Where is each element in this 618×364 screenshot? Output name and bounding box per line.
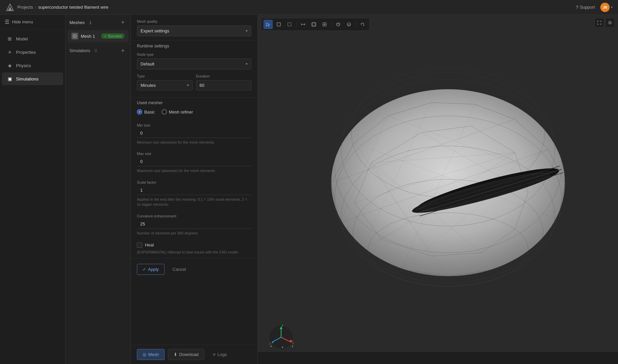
simulations-icon: ▣ [7,76,13,82]
max-size-input[interactable]: 0 [137,157,251,166]
svg-point-96 [270,346,272,347]
3d-viewport[interactable]: x y z [258,15,618,364]
mesh-icon: ◎ [143,352,146,357]
scale-factor-label: Scale factor [137,180,251,184]
node-type-value: Default [141,61,154,66]
download-button[interactable]: ⬇ Download [168,349,204,360]
heal-section: Heal (EXPERIMENTAL) Attempt to heal issu… [131,239,257,258]
mesher-basic-option[interactable]: Basic [137,109,155,115]
mesh-item-icon [71,33,78,39]
success-check-icon: ✓ [104,34,107,38]
support-label: Support [580,5,595,10]
meshes-count: 1 [89,20,91,25]
sidebar-item-label-physics: Physics [16,63,31,68]
breadcrumb: Projects / superconductor twisted filame… [17,5,109,10]
left-sidebar: ☰ Hide menu ⊞ Model ≡ Properties ◈ Physi… [0,15,65,364]
heal-checkbox[interactable] [137,242,142,248]
apply-button[interactable]: ✓ Apply [137,264,165,275]
bottom-action-bar: ◎ Mesh ⬇ Download ≡ Logs [131,345,257,364]
max-size-hint: Maximum size (absolute) for the mesh ele… [131,167,257,177]
header-left: Projects / superconductor twisted filame… [5,3,109,12]
cancel-button[interactable]: Cancel [168,264,191,275]
support-button[interactable]: ? Support [576,4,595,10]
type-dropdown[interactable]: Minutes ▾ [137,80,193,90]
max-size-label: Max size [137,152,251,156]
mesher-refiner-option[interactable]: Mesh refiner [162,109,193,115]
add-mesh-button[interactable]: + [119,19,127,26]
menu-icon: ☰ [5,19,9,25]
min-size-label: Min size [137,123,251,127]
sims-separator: · [92,48,93,53]
user-menu[interactable]: JR ▾ [600,3,613,12]
hide-menu-button[interactable]: ☰ Hide menu [0,15,65,29]
max-size-field: Max size 0 [131,148,257,167]
action-row: ✓ Apply Cancel [131,258,257,280]
scale-factor-field: Scale factor 1 [131,177,257,196]
mesh-item-left: Mesh 1 [71,33,95,39]
checkmark-icon: ✓ [143,267,146,272]
duration-field: Duration 60 [196,74,252,90]
sidebar-item-properties[interactable]: ≡ Properties [2,46,63,58]
scale-factor-hint: Applied in the end after the meshing. 0.… [131,196,257,211]
add-simulation-button[interactable]: + [119,47,127,54]
sims-count: 0 [94,48,97,53]
sidebar-item-label-model: Model [16,36,28,41]
axis-indicator: x y z [268,324,291,347]
type-field: Type Minutes ▾ [137,74,193,90]
mesh-quality-label: Mesh quality [137,19,251,23]
chevron-down-icon: ▾ [246,29,248,33]
curvature-hint: Number of elements per 360 degrees [131,229,257,239]
mesh-success-badge: ✓ Success [101,33,125,39]
logs-button[interactable]: ≡ Logs [208,349,232,360]
min-size-input[interactable]: 0 [137,129,251,138]
apply-label: Apply [148,267,159,272]
meshes-label: Meshes [69,20,85,25]
3d-mesh-view [258,15,618,351]
sidebar-nav: ⊞ Model ≡ Properties ◈ Physics ▣ Simulat… [0,29,65,88]
mesh-quality-section: Mesh quality Expert settings ▾ [131,15,257,40]
duration-label: Duration [196,74,252,78]
mesh-item[interactable]: Mesh 1 ✓ Success [67,30,129,42]
help-icon: ? [576,4,578,10]
mesh-quality-value: Expert settings [141,28,169,33]
heal-label[interactable]: Heal [145,242,154,247]
breadcrumb-projects[interactable]: Projects [17,5,33,10]
curvature-field: Curvature enhancement 25 [131,211,257,229]
simulations-label: Simulations [69,48,90,53]
sidebar-item-model[interactable]: ⊞ Model [2,32,63,45]
viewport-bottom-bar [258,351,618,364]
mesher-refiner-radio [162,109,167,115]
scale-factor-input[interactable]: 1 [137,186,251,195]
breadcrumb-current: superconductor twisted filament wire [38,5,109,10]
simulations-section-header: Simulations · 0 + [65,43,131,58]
used-mesher-title: Used mesher [137,100,251,105]
sidebar-item-physics[interactable]: ◈ Physics [2,59,63,72]
properties-icon: ≡ [7,49,13,55]
sidebar-item-simulations[interactable]: ▣ Simulations [2,72,63,85]
mesh-quality-dropdown[interactable]: Expert settings ▾ [137,25,251,36]
node-type-dropdown[interactable]: Default ▾ [137,58,251,69]
mesher-radio-group: Basic Mesh refiner [137,109,251,115]
mesh-status-label: Success [108,34,122,38]
mesher-basic-radio [137,109,142,115]
app-logo [5,3,15,12]
curvature-label: Curvature enhancement [137,214,251,218]
mesh-button[interactable]: ◎ Mesh [137,349,165,360]
runtime-settings-title: Runtime settings [137,43,251,48]
sidebar-item-label-properties: Properties [16,50,36,55]
duration-input[interactable]: 60 [196,80,252,90]
svg-text:x: x [292,341,294,345]
type-duration-row: Type Minutes ▾ Duration 60 [137,74,251,90]
chevron-down-icon: ▾ [246,62,248,66]
download-button-label: Download [179,352,199,357]
top-header: Projects / superconductor twisted filame… [0,0,618,15]
curvature-input[interactable]: 25 [137,219,251,229]
physics-icon: ◈ [7,62,13,68]
mesh-item-name: Mesh 1 [81,34,95,39]
heal-hint: (EXPERIMENTAL) Attempt to heal issues wi… [137,250,251,255]
meshes-separator: · [86,20,87,25]
hide-menu-label: Hide menu [12,19,33,24]
svg-point-95 [282,347,283,348]
used-mesher-section: Used mesher Basic Mesh refiner [131,97,257,120]
sidebar-item-label-simulations: Simulations [16,76,38,81]
